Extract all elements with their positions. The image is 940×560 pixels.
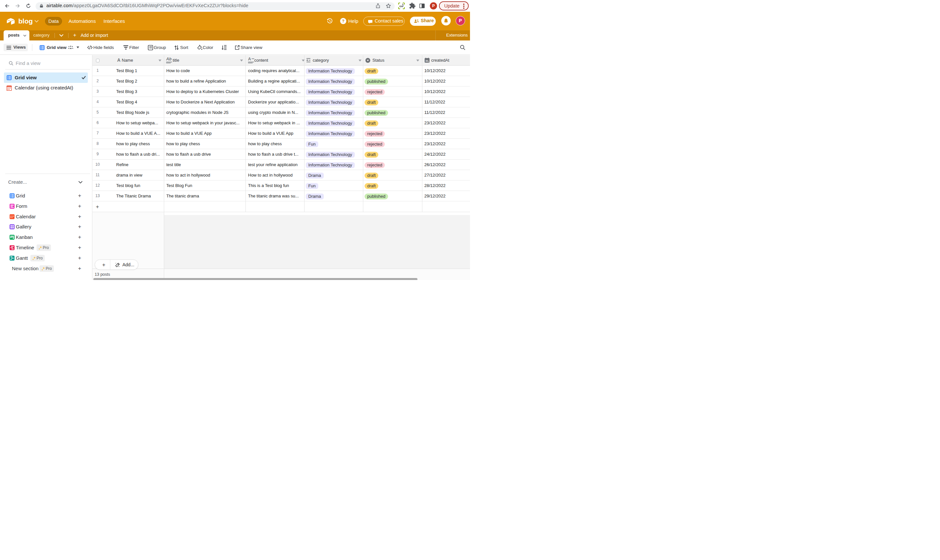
svg-text:31: 31 [426,59,429,62]
